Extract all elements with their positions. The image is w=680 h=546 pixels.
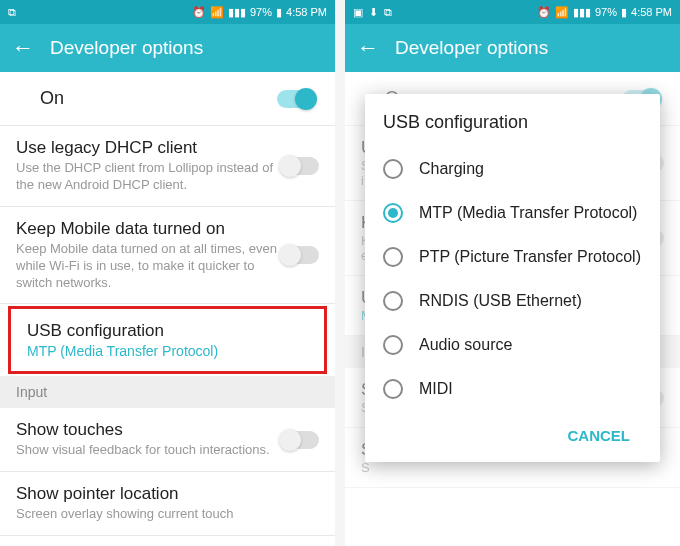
setting-title: Use legacy DHCP client: [16, 138, 281, 158]
setting-title: USB configuration: [27, 321, 308, 341]
app-header: ← Developer options: [0, 24, 335, 72]
master-toggle[interactable]: [277, 90, 315, 108]
setting-dhcp[interactable]: Use legacy DHCP client Use the DHCP clie…: [0, 126, 335, 207]
option-label: Charging: [419, 159, 484, 178]
option-label: MIDI: [419, 379, 453, 398]
toggle-mobile-data[interactable]: [281, 246, 319, 264]
back-icon[interactable]: ←: [12, 35, 34, 61]
setting-desc: Keep Mobile data turned on at all times,…: [16, 241, 281, 292]
section-input: Input: [0, 376, 335, 408]
setting-desc: Show visual feedback for touch interacti…: [16, 442, 281, 459]
setting-usb-configuration[interactable]: USB configuration MTP (Media Transfer Pr…: [8, 306, 327, 374]
download-icon: ⬇: [369, 6, 378, 19]
wifi-icon: 📶: [555, 6, 569, 19]
dropbox-icon: ⧉: [8, 6, 16, 19]
radio-icon[interactable]: [383, 203, 403, 223]
radio-icon[interactable]: [383, 159, 403, 179]
battery-icon: ▮: [276, 6, 282, 19]
option-label: MTP (Media Transfer Protocol): [419, 203, 637, 222]
radio-icon[interactable]: [383, 291, 403, 311]
setting-desc: Use the DHCP client from Lollipop instea…: [16, 160, 281, 194]
alarm-icon: ⏰: [537, 6, 551, 19]
option-mtp[interactable]: MTP (Media Transfer Protocol): [383, 191, 642, 235]
on-label: On: [40, 88, 64, 109]
status-bar: ▣ ⬇ ⧉ ⏰ 📶 ▮▮▮ 97% ▮ 4:58 PM: [345, 0, 680, 24]
page-title: Developer options: [395, 37, 548, 59]
app-header: ← Developer options: [345, 24, 680, 72]
alarm-icon: ⏰: [192, 6, 206, 19]
status-bar: ⧉ ⏰ 📶 ▮▮▮ 97% ▮ 4:58 PM: [0, 0, 335, 24]
image-icon: ▣: [353, 6, 363, 19]
radio-icon[interactable]: [383, 379, 403, 399]
option-ptp[interactable]: PTP (Picture Transfer Protocol): [383, 235, 642, 279]
battery-text: 97%: [595, 6, 617, 18]
back-icon[interactable]: ←: [357, 35, 379, 61]
battery-icon: ▮: [621, 6, 627, 19]
radio-icon[interactable]: [383, 335, 403, 355]
option-midi[interactable]: MIDI: [383, 367, 642, 411]
setting-title: Keep Mobile data turned on: [16, 219, 281, 239]
option-audio[interactable]: Audio source: [383, 323, 642, 367]
toggle-dhcp[interactable]: [281, 157, 319, 175]
time-text: 4:58 PM: [286, 6, 327, 18]
dialog-title: USB configuration: [383, 112, 642, 133]
option-label: RNDIS (USB Ethernet): [419, 291, 582, 310]
usb-config-dialog: USB configuration Charging MTP (Media Tr…: [365, 94, 660, 462]
setting-title: Show touches: [16, 420, 281, 440]
option-charging[interactable]: Charging: [383, 147, 642, 191]
setting-value: MTP (Media Transfer Protocol): [27, 343, 308, 359]
setting-mobile-data[interactable]: Keep Mobile data turned on Keep Mobile d…: [0, 207, 335, 305]
setting-desc: Screen overlay showing current touch: [16, 506, 319, 523]
setting-title: Show pointer location: [16, 484, 319, 504]
radio-icon[interactable]: [383, 247, 403, 267]
option-rndis[interactable]: RNDIS (USB Ethernet): [383, 279, 642, 323]
dropbox-icon: ⧉: [384, 6, 392, 19]
signal-icon: ▮▮▮: [573, 6, 591, 19]
phone-left: ⧉ ⏰ 📶 ▮▮▮ 97% ▮ 4:58 PM ← Developer opti…: [0, 0, 335, 546]
signal-icon: ▮▮▮: [228, 6, 246, 19]
time-text: 4:58 PM: [631, 6, 672, 18]
option-label: PTP (Picture Transfer Protocol): [419, 247, 641, 266]
toggle-show-touches[interactable]: [281, 431, 319, 449]
option-label: Audio source: [419, 335, 512, 354]
setting-show-touches[interactable]: Show touches Show visual feedback for to…: [0, 408, 335, 472]
phone-right: ▣ ⬇ ⧉ ⏰ 📶 ▮▮▮ 97% ▮ 4:58 PM ← Developer …: [345, 0, 680, 546]
page-title: Developer options: [50, 37, 203, 59]
cancel-button[interactable]: CANCEL: [556, 419, 643, 452]
wifi-icon: 📶: [210, 6, 224, 19]
setting-pointer-location[interactable]: Show pointer location Screen overlay sho…: [0, 472, 335, 536]
master-toggle-row[interactable]: On: [0, 72, 335, 126]
battery-text: 97%: [250, 6, 272, 18]
